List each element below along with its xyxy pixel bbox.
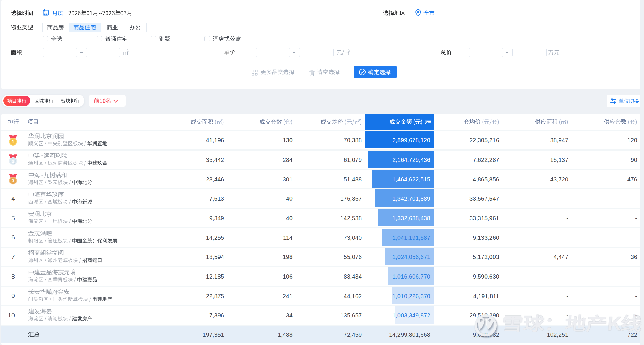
svg-text:2: 2 (12, 159, 14, 164)
svg-text:1: 1 (12, 139, 14, 144)
svg-text:3: 3 (12, 178, 14, 183)
